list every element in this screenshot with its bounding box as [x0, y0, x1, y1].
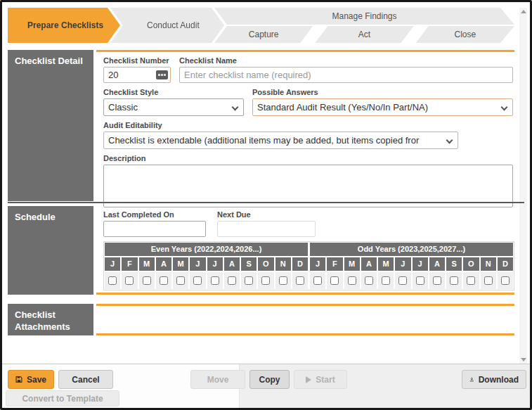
month-checkbox-cell	[378, 272, 394, 289]
nav-step-close[interactable]: Close	[416, 26, 514, 43]
audit-checklist-window: Prepare Checklists Conduct Audit Manage …	[0, 0, 532, 410]
month-checkbox[interactable]	[484, 276, 493, 285]
possible-answers-select[interactable]: Standard Audit Result (Yes/No/In Part/NA…	[253, 99, 512, 115]
section-title: Checklist Attachments	[8, 304, 93, 335]
month-checkbox[interactable]	[143, 276, 151, 285]
next-due-label: Next Due	[217, 210, 316, 219]
nav-step-act[interactable]: Act	[315, 26, 413, 43]
floppy-disk-icon	[15, 375, 22, 384]
nav-group-manage-findings: Manage Findings Capture Act Close	[214, 8, 514, 43]
month-checkbox[interactable]	[261, 276, 270, 285]
month-checkbox[interactable]	[467, 276, 475, 285]
month-checkbox-cell	[344, 272, 360, 289]
month-checkbox-cell	[156, 272, 171, 289]
month-header-cell: M	[173, 257, 188, 271]
month-checkbox-cell	[173, 272, 188, 289]
month-checkbox[interactable]	[176, 276, 185, 285]
copy-label: Copy	[259, 375, 280, 385]
audit-editability-select[interactable]: Checklist is extendable (additional item…	[104, 132, 458, 148]
month-checkbox[interactable]	[398, 276, 407, 285]
cancel-button[interactable]: Cancel	[58, 370, 113, 389]
scroll-up-icon[interactable]	[521, 10, 526, 13]
month-header-cell: A	[361, 257, 377, 271]
start-label: Start	[316, 375, 335, 385]
possible-answers-label: Possible Answers	[252, 88, 513, 96]
month-checkbox-cell	[258, 272, 273, 289]
month-checkbox[interactable]	[279, 276, 287, 285]
nav-step-conduct-audit[interactable]: Conduct Audit	[110, 8, 224, 43]
month-checkbox[interactable]	[330, 276, 339, 285]
number-keypad-icon[interactable]	[156, 70, 168, 79]
start-button[interactable]: Start	[294, 370, 347, 389]
description-textarea[interactable]	[103, 165, 513, 207]
nav-step-label: Capture	[249, 30, 279, 39]
description-label: Description	[103, 154, 513, 162]
cancel-label: Cancel	[72, 375, 99, 385]
month-checkbox[interactable]	[160, 276, 168, 285]
month-checkbox[interactable]	[501, 276, 510, 285]
nav-step-label: Close	[454, 30, 476, 39]
month-header-cell: M	[344, 257, 360, 271]
workflow-breadcrumb: Prepare Checklists Conduct Audit Manage …	[8, 8, 514, 43]
month-header-cell: F	[327, 257, 342, 271]
copy-button[interactable]: Copy	[249, 370, 290, 389]
month-checkbox[interactable]	[211, 276, 219, 285]
month-checkbox[interactable]	[365, 276, 373, 285]
month-checkbox[interactable]	[433, 276, 441, 285]
month-header-cell: J	[105, 257, 120, 271]
month-checkbox-cell	[395, 272, 410, 289]
save-button[interactable]: Save	[8, 370, 54, 389]
month-checkbox[interactable]	[348, 276, 356, 285]
month-header-cell: M	[139, 257, 155, 271]
month-header-cell: S	[446, 257, 462, 271]
nav-step-prepare-checklists[interactable]: Prepare Checklists	[8, 8, 120, 43]
month-schedule-table: Even Years (2022,2024,2026...) Odd Years…	[103, 241, 514, 290]
month-checkbox-cell	[327, 272, 342, 289]
checklist-name-input[interactable]	[179, 67, 513, 83]
scroll-down-icon[interactable]	[521, 358, 526, 361]
section-checklist-detail: Checklist Detail Checklist Number Checkl…	[8, 50, 514, 201]
nav-step-label: Act	[358, 30, 370, 39]
download-button[interactable]: Download	[462, 370, 526, 389]
month-checkbox[interactable]	[245, 276, 253, 285]
even-years-header: Even Years (2022,2024,2026...)	[105, 243, 308, 256]
even-years-month-checkboxes	[105, 272, 308, 289]
vertical-scrollbar[interactable]	[519, 8, 527, 364]
last-completed-on-label: Last Completed On	[103, 210, 206, 219]
last-completed-on-input[interactable]	[103, 221, 206, 237]
month-checkbox-cell	[429, 272, 445, 289]
month-checkbox-cell	[139, 272, 155, 289]
month-header-cell: J	[310, 257, 325, 271]
month-checkbox-cell	[292, 272, 308, 289]
month-checkbox[interactable]	[108, 276, 117, 285]
convert-to-template-button[interactable]: Convert to Template	[6, 390, 119, 406]
month-checkbox[interactable]	[416, 276, 424, 285]
month-checkbox-cell	[361, 272, 377, 289]
nav-step-label: Manage Findings	[332, 11, 396, 21]
month-header-cell: A	[429, 257, 445, 271]
section-checklist-attachments: Checklist Attachments	[8, 304, 514, 335]
month-checkbox[interactable]	[296, 276, 304, 285]
month-checkbox[interactable]	[228, 276, 236, 285]
nav-step-manage-findings: Manage Findings	[214, 8, 514, 25]
move-button[interactable]: Move	[190, 370, 245, 389]
checklist-detail-form: Checklist Number Checklist Name Checklis…	[96, 50, 514, 201]
checklist-style-select[interactable]: Classic	[104, 99, 243, 115]
month-checkbox-cell	[275, 272, 291, 289]
month-header-cell: J	[190, 257, 205, 271]
attachments-area	[96, 304, 514, 335]
month-checkbox[interactable]	[125, 276, 134, 285]
month-checkbox[interactable]	[450, 276, 458, 285]
month-checkbox-cell	[105, 272, 120, 289]
action-bar: Save Cancel Convert to Template Move Cop…	[2, 364, 530, 408]
next-due-input[interactable]	[217, 221, 316, 237]
month-checkbox-cell	[122, 272, 137, 289]
nav-step-capture[interactable]: Capture	[214, 26, 313, 43]
month-checkbox[interactable]	[193, 276, 202, 285]
month-checkbox[interactable]	[382, 276, 390, 285]
odd-years-month-headers: JFMAMJJASOND	[310, 257, 513, 271]
month-header-cell: N	[275, 257, 291, 271]
month-checkbox[interactable]	[313, 276, 322, 285]
month-header-cell: J	[395, 257, 410, 271]
download-label: Download	[479, 375, 519, 385]
